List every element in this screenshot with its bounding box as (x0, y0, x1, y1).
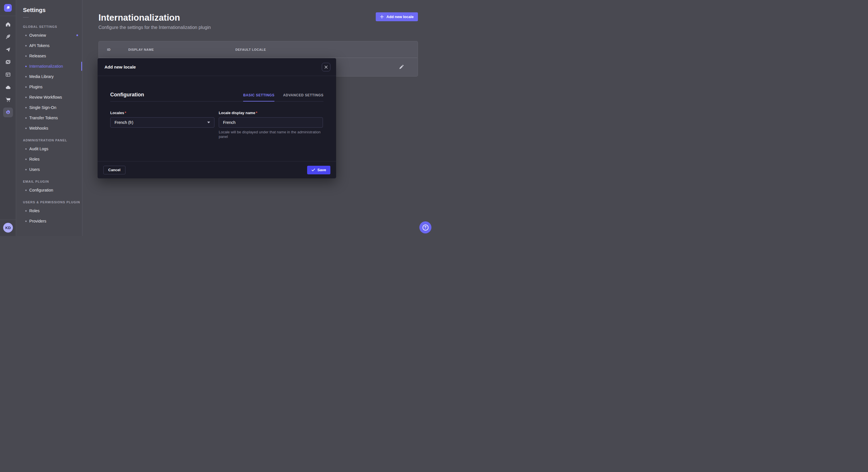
bullet-icon (25, 107, 27, 108)
modal-header: Add new locale (98, 58, 336, 76)
help-button[interactable]: ? (420, 222, 431, 233)
settings-gear-icon[interactable] (3, 107, 13, 117)
required-asterisk: * (256, 111, 257, 115)
layout-icon[interactable] (5, 71, 11, 78)
close-icon (324, 65, 328, 69)
modal-close-button[interactable] (322, 63, 330, 71)
bullet-icon (25, 97, 27, 98)
avatar-initials: KD (5, 226, 11, 230)
page-header: Internationalization Configure the setti… (82, 0, 434, 30)
cancel-button[interactable]: Cancel (103, 166, 125, 174)
content-feather-icon[interactable] (5, 34, 11, 40)
settings-sidebar: Settings GLOBAL SETTINGS Overview API To… (16, 0, 82, 236)
bullet-icon (25, 148, 27, 150)
sidebar-item-plugins[interactable]: Plugins (16, 82, 82, 92)
plus-icon (380, 15, 384, 19)
strapi-logo-icon (5, 5, 10, 10)
bullet-icon (25, 117, 27, 119)
edit-pencil-icon[interactable] (399, 65, 404, 70)
modal-body: Configuration BASIC SETTINGS ADVANCED SE… (98, 92, 336, 139)
bullet-icon (25, 45, 27, 46)
icon-rail: KD (0, 0, 16, 236)
form-row: Locales* French (fr) Locale display name… (110, 111, 323, 139)
rail-divider (0, 220, 16, 220)
sidebar-item-admin-roles[interactable]: Roles (16, 154, 82, 164)
section-header-global-settings: GLOBAL SETTINGS (23, 25, 82, 28)
section-header-email-plugin: EMAIL PLUGIN (23, 180, 82, 183)
bullet-icon (25, 169, 27, 170)
add-locale-modal: Add new locale Configuration BASIC SETTI… (98, 58, 336, 178)
title-divider (23, 17, 29, 18)
user-avatar[interactable]: KD (3, 223, 13, 233)
sidebar-item-up-providers[interactable]: Providers (16, 216, 82, 226)
home-icon[interactable] (5, 21, 11, 28)
required-asterisk: * (125, 111, 126, 115)
save-button-label: Save (317, 168, 326, 172)
help-icon: ? (423, 225, 429, 231)
sidebar-item-media-library[interactable]: Media Library (16, 71, 82, 82)
sidebar-item-single-sign-on[interactable]: Single Sign-On (16, 102, 82, 113)
bullet-icon (25, 86, 27, 88)
marketplace-cart-icon[interactable] (5, 97, 11, 103)
locales-field: Locales* French (fr) (110, 111, 214, 139)
display-name-hint: Locale will be displayed under that name… (219, 130, 323, 139)
notification-dot (76, 34, 78, 36)
sidebar-item-audit-logs[interactable]: Audit Logs (16, 144, 82, 154)
cloud-icon[interactable] (5, 84, 11, 91)
column-default-locale: DEFAULT LOCALE (236, 48, 417, 51)
bullet-icon (25, 159, 27, 160)
column-display-name: DISPLAY NAME (128, 48, 236, 51)
configuration-header-row: Configuration BASIC SETTINGS ADVANCED SE… (110, 92, 323, 102)
sidebar-item-releases[interactable]: Releases (16, 51, 82, 61)
sidebar-item-up-roles[interactable]: Roles (16, 206, 82, 216)
bullet-icon (25, 210, 27, 212)
sidebar-item-webhooks[interactable]: Webhooks (16, 123, 82, 133)
check-icon (311, 168, 315, 171)
locales-select-value: French (fr) (115, 120, 133, 125)
bullet-icon (25, 55, 27, 57)
bullet-icon (25, 128, 27, 129)
bullet-icon (25, 76, 27, 77)
section-header-users-permissions-plugin: USERS & PERMISSIONS PLUGIN (23, 200, 82, 204)
tabs: BASIC SETTINGS ADVANCED SETTINGS (243, 93, 323, 102)
bullet-icon (25, 66, 27, 67)
media-library-icon[interactable] (5, 59, 11, 65)
display-name-field: Locale display name* Locale will be disp… (219, 111, 323, 139)
configuration-title: Configuration (110, 92, 144, 98)
column-id: ID (107, 48, 128, 51)
table-header-row: ID DISPLAY NAME DEFAULT LOCALE (99, 41, 417, 58)
display-name-input[interactable] (219, 117, 323, 128)
sidebar-item-internationalization[interactable]: Internationalization (16, 61, 82, 71)
display-name-label: Locale display name* (219, 111, 323, 115)
page-subtitle: Configure the settings for the Internati… (98, 25, 418, 30)
tab-basic-settings[interactable]: BASIC SETTINGS (243, 93, 274, 102)
sidebar-item-transfer-tokens[interactable]: Transfer Tokens (16, 113, 82, 123)
section-header-administration-panel: ADMINISTRATION PANEL (23, 138, 82, 142)
locales-label: Locales* (110, 111, 214, 115)
bullet-icon (25, 35, 27, 36)
sidebar-item-overview[interactable]: Overview (16, 30, 82, 40)
strapi-logo[interactable] (4, 4, 12, 12)
chevron-down-icon (207, 122, 210, 123)
add-button-label: Add new locale (386, 14, 414, 19)
sidebar-item-api-tokens[interactable]: API Tokens (16, 40, 82, 51)
modal-title: Add new locale (104, 65, 136, 69)
tab-advanced-settings[interactable]: ADVANCED SETTINGS (283, 93, 323, 102)
sidebar-item-admin-users[interactable]: Users (16, 164, 82, 175)
sidebar-item-email-configuration[interactable]: Configuration (16, 185, 82, 195)
send-icon[interactable] (5, 46, 11, 53)
sidebar-title: Settings (23, 7, 82, 13)
save-button[interactable]: Save (307, 166, 330, 174)
add-new-locale-button[interactable]: Add new locale (376, 12, 418, 21)
locales-select[interactable]: French (fr) (110, 117, 214, 128)
modal-footer: Cancel Save (98, 161, 336, 178)
sidebar-item-review-workflows[interactable]: Review Workflows (16, 92, 82, 102)
page-title: Internationalization (98, 12, 418, 23)
bullet-icon (25, 190, 27, 191)
bullet-icon (25, 221, 27, 222)
